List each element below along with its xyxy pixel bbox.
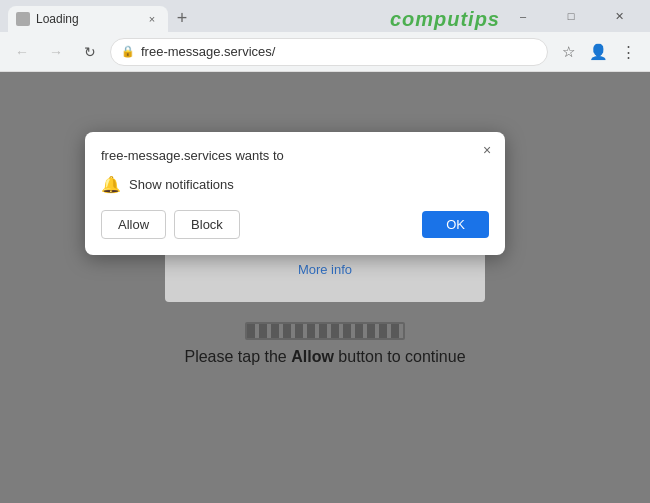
window-controls: – □ ✕ (500, 0, 642, 32)
bell-icon: 🔔 (101, 175, 121, 194)
address-bar[interactable]: 🔒 free-message.services/ (110, 38, 548, 66)
reload-button[interactable]: ↻ (76, 38, 104, 66)
star-icon[interactable]: ☆ (554, 38, 582, 66)
lock-icon: 🔒 (121, 45, 135, 58)
tab-favicon (16, 12, 30, 26)
profile-icon[interactable]: 👤 (584, 38, 612, 66)
permission-label: Show notifications (129, 177, 234, 192)
nav-bar: ← → ↻ 🔒 free-message.services/ ☆ 👤 ⋮ (0, 32, 650, 72)
minimize-button[interactable]: – (500, 0, 546, 32)
allow-button[interactable]: Allow (101, 210, 166, 239)
dialog-permission-row: 🔔 Show notifications (101, 175, 489, 194)
address-text: free-message.services/ (141, 44, 537, 59)
close-button[interactable]: ✕ (596, 0, 642, 32)
tab-label: Loading (36, 12, 79, 26)
title-bar: Loading × + computips – □ ✕ (0, 0, 650, 32)
permission-dialog: × free-message.services wants to 🔔 Show … (85, 132, 505, 255)
menu-icon[interactable]: ⋮ (614, 38, 642, 66)
brand-text: computips (390, 8, 500, 31)
browser-tab[interactable]: Loading × (8, 6, 168, 32)
tab-close-button[interactable]: × (144, 11, 160, 27)
page-content: website just click the more info button … (0, 72, 650, 503)
browser-window: Loading × + computips – □ ✕ ← → ↻ 🔒 free… (0, 0, 650, 503)
dialog-header: free-message.services wants to (101, 148, 489, 163)
dialog-buttons: Allow Block OK (101, 210, 489, 239)
toolbar-icons: ☆ 👤 ⋮ (554, 38, 642, 66)
new-tab-button[interactable]: + (168, 4, 196, 32)
back-button[interactable]: ← (8, 38, 36, 66)
dialog-close-button[interactable]: × (477, 140, 497, 160)
ok-button[interactable]: OK (422, 211, 489, 238)
forward-button[interactable]: → (42, 38, 70, 66)
maximize-button[interactable]: □ (548, 0, 594, 32)
block-button[interactable]: Block (174, 210, 240, 239)
